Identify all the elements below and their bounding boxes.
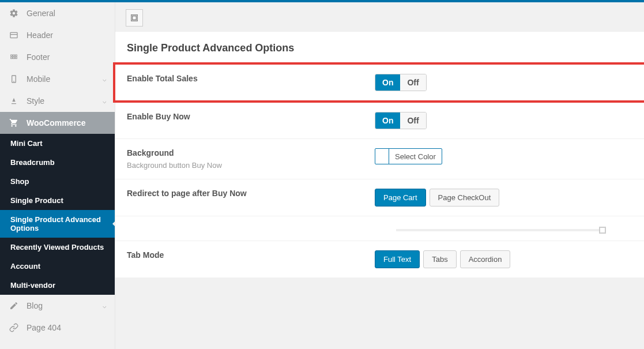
mobile-icon [8,73,20,85]
sidebar-item-label: Page 404 [27,323,61,332]
options-card: Single Product Advanced Options Enable T… [115,31,644,277]
redirect-button-group: Page Cart Page CheckOut [375,189,499,207]
field-label-redirect: Redirect to page after Buy Now [127,189,375,198]
svg-rect-6 [13,57,15,59]
sidebar-sub-multivendor[interactable]: Multi-vendor [0,276,115,295]
chevron-down-icon: ⌵ [103,302,107,310]
cart-icon [8,117,20,129]
svg-rect-4 [16,55,17,57]
sidebar-item-blog[interactable]: Blog ⌵ [0,295,115,317]
sidebar-item-style[interactable]: Style ⌵ [0,90,115,112]
gear-icon [8,7,20,19]
sidebar-sub-single-product-advanced[interactable]: Single Product Advanced Options [0,210,115,238]
button-tabs[interactable]: Tabs [423,250,456,268]
sidebar-item-label: Mobile [27,74,50,84]
button-page-cart[interactable]: Page Cart [375,189,426,207]
svg-rect-0 [10,32,17,37]
field-label-total-sales: Enable Total Sales [127,74,375,83]
layout-toggle-button[interactable] [126,9,143,27]
toggle-on[interactable]: On [375,112,400,129]
sidebar-item-label: General [27,9,55,18]
blog-icon [8,300,20,312]
toggle-total-sales[interactable]: On Off [375,74,427,91]
sidebar-item-page404[interactable]: Page 404 [0,317,115,339]
sidebar-item-label: Style [27,96,44,106]
tab-mode-button-group: Full Text Tabs Accordion [375,250,510,268]
slider-handle[interactable] [599,227,606,234]
width-slider[interactable] [396,229,604,231]
field-label-tab-mode: Tab Mode [127,250,375,260]
toggle-off[interactable]: Off [400,112,425,129]
sidebar-submenu: Mini Cart Breadcrumb Shop Single Product… [0,134,115,295]
select-color-label: Select Color [389,152,442,161]
sidebar-sub-single-product[interactable]: Single Product [0,191,115,210]
toggle-off[interactable]: Off [400,74,425,91]
sidebar-sub-breadcrumb[interactable]: Breadcrumb [0,153,115,172]
toolbar [115,2,644,31]
button-accordion[interactable]: Accordion [460,250,511,268]
sidebar-item-general[interactable]: General [0,2,115,24]
sidebar-sub-minicart[interactable]: Mini Cart [0,134,115,153]
svg-rect-7 [16,57,17,59]
style-icon [8,95,20,107]
field-label-background: Background [127,148,375,157]
sidebar-sub-shop[interactable]: Shop [0,172,115,191]
select-color-button[interactable]: Select Color [375,148,442,164]
field-desc-background: Background button Buy Now [127,161,375,170]
page-title: Single Product Advanced Options [115,32,644,62]
color-swatch [375,149,389,164]
field-label-buy-now: Enable Buy Now [127,112,375,121]
sidebar-sub-recently-viewed[interactable]: Recently Viewed Products [0,238,115,257]
highlight-box: Enable Total Sales On Off [113,62,644,103]
sidebar-item-label: Header [27,31,53,40]
svg-rect-2 [11,55,13,57]
toggle-buy-now[interactable]: On Off [375,112,427,129]
chevron-down-icon: ⌵ [103,97,107,105]
svg-rect-3 [13,55,15,57]
button-full-text[interactable]: Full Text [375,250,420,268]
header-icon [8,29,20,41]
sidebar-item-header[interactable]: Header [0,24,115,46]
svg-rect-11 [133,16,137,20]
sidebar-item-label: Blog [27,301,43,310]
main-content: Single Product Advanced Options Enable T… [115,2,644,349]
link-icon [8,322,20,333]
svg-rect-5 [11,57,13,59]
button-page-checkout[interactable]: Page CheckOut [430,189,500,207]
sidebar-item-footer[interactable]: Footer [0,46,115,68]
sidebar-item-woocommerce[interactable]: WooCommerce [0,112,115,134]
sidebar-sub-account[interactable]: Account [0,257,115,276]
sidebar: General Header Footer Mobile ⌵ Style ⌵ W… [0,2,115,349]
toggle-on[interactable]: On [375,74,400,91]
slider-row [115,216,644,241]
sidebar-item-mobile[interactable]: Mobile ⌵ [0,68,115,90]
sidebar-item-label: Footer [27,52,50,62]
chevron-down-icon: ⌵ [103,76,107,83]
footer-icon [8,51,20,63]
sidebar-item-label: WooCommerce [27,118,85,127]
